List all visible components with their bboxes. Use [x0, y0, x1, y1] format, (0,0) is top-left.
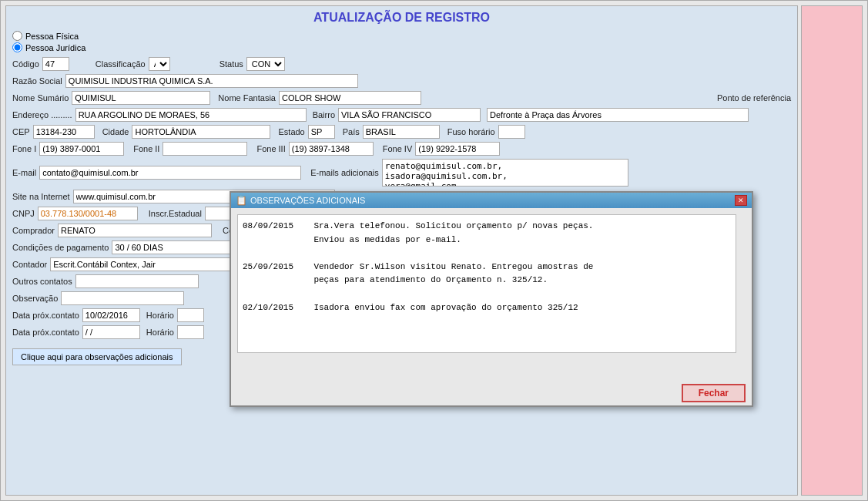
modal-window: 📋 OBSERVAÇÕES ADICIONAIS ✕ 08/09/2015 Sr… [230, 191, 753, 407]
modal-title-bar: 📋 OBSERVAÇÕES ADICIONAIS ✕ [231, 193, 752, 208]
modal-overlay: 📋 OBSERVAÇÕES ADICIONAIS ✕ 08/09/2015 Sr… [6, 6, 797, 495]
modal-title: OBSERVAÇÕES ADICIONAIS [250, 196, 365, 205]
modal-footer: Fechar [231, 381, 752, 405]
right-panel [801, 5, 863, 496]
main-window: ATUALIZAÇÃO DE REGISTRO Pessoa Física Pe… [0, 0, 868, 501]
fechar-button[interactable]: Fechar [682, 384, 746, 402]
modal-title-left: 📋 OBSERVAÇÕES ADICIONAIS [236, 195, 365, 206]
form-panel: ATUALIZAÇÃO DE REGISTRO Pessoa Física Pe… [5, 5, 798, 496]
modal-icon: 📋 [236, 195, 247, 206]
obs-text-content[interactable]: 08/09/2015 Sra.Vera telefonou. Solicitou… [237, 214, 736, 353]
modal-content: 08/09/2015 Sra.Vera telefonou. Solicitou… [231, 208, 752, 381]
modal-close-button[interactable]: ✕ [735, 195, 747, 206]
